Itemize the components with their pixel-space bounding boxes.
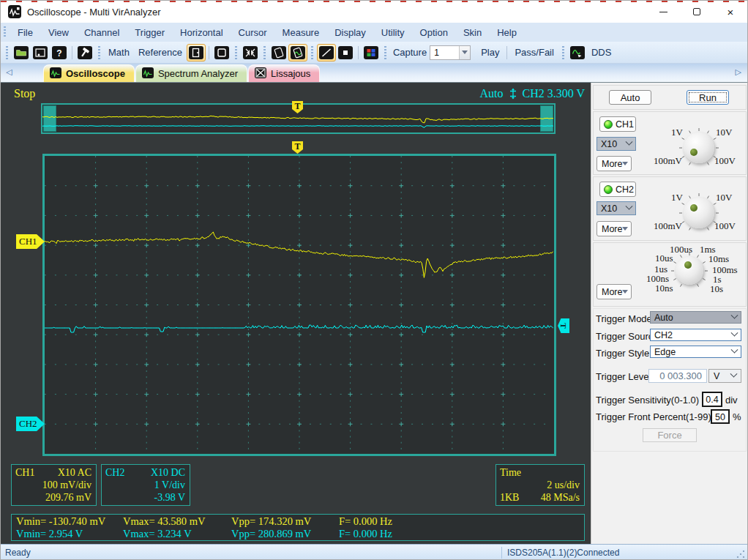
timebase-more-select[interactable]: More <box>596 284 632 299</box>
waveform-plot[interactable] <box>42 154 556 456</box>
device-a-button[interactable] <box>269 44 288 61</box>
app-window: Oscilloscope - Multi VirAnalyzer × FileV… <box>0 0 748 560</box>
ch1-enable-button[interactable]: CH1 <box>599 116 636 132</box>
measure-item: F= 0.000 Hz <box>339 528 584 540</box>
time-scale: 2 us/div <box>500 479 580 491</box>
colors-button[interactable] <box>362 44 381 61</box>
ch2-position-flag[interactable]: CH2 <box>16 417 45 431</box>
knob-label: 10ns <box>655 284 673 293</box>
tab-lissajous[interactable]: Lissajous <box>248 64 320 82</box>
menu-item-trigger[interactable]: Trigger <box>127 27 173 38</box>
help-button[interactable]: ? <box>50 44 69 61</box>
trigger-level-unit-select[interactable]: V <box>708 369 741 383</box>
knob-body[interactable] <box>684 132 714 163</box>
ch1-info-box: CH1X10 AC 100 mV/div 209.76 mV <box>11 464 97 506</box>
ch1-name: CH1 <box>15 466 34 479</box>
tab-spectrum-analyzer[interactable]: Spectrum Analyzer <box>135 64 247 82</box>
measure-item: F= 0.000 Hz <box>339 515 584 528</box>
ch1-scale: 100 mV/div <box>15 479 91 491</box>
dropdown-arrow-icon <box>459 46 470 59</box>
knob-label: 10V <box>716 128 732 137</box>
math-button[interactable]: Math <box>104 45 134 59</box>
knob-body[interactable] <box>684 198 714 228</box>
menu-item-file[interactable]: File <box>10 27 41 38</box>
knob-label: 10us <box>655 254 673 263</box>
save-button[interactable] <box>31 44 50 61</box>
passfail-button[interactable]: Pass/Fail <box>510 45 558 59</box>
close-button[interactable]: × <box>714 1 747 23</box>
menu-item-help[interactable]: Help <box>490 27 525 38</box>
trigger-position-marker[interactable]: T <box>292 141 303 154</box>
line-draw-button[interactable] <box>317 44 336 61</box>
menu-item-skin[interactable]: Skin <box>456 27 490 38</box>
mem-depth: 1KB <box>500 491 519 504</box>
menubar: FileViewChannelTriggerHorizontalCursorMe… <box>1 23 747 42</box>
knob-label: 100mV <box>654 157 682 165</box>
dds-button[interactable] <box>568 44 587 61</box>
menu-item-measure[interactable]: Measure <box>275 27 328 38</box>
tab-scroll-right[interactable]: ▷ <box>736 67 741 77</box>
trigger-sensitivity-input[interactable]: 0.4 <box>702 392 722 407</box>
measure-item: Vmax= 43.580 mV <box>123 515 231 528</box>
menu-item-utility[interactable]: Utility <box>374 27 413 38</box>
tab-icon <box>255 67 266 81</box>
menu-item-view[interactable]: View <box>41 27 77 38</box>
ch1-probe-select[interactable]: X10 <box>596 137 636 151</box>
force-button[interactable]: Force <box>643 428 697 442</box>
menu-item-option[interactable]: Option <box>413 27 456 38</box>
ch2-more-select[interactable]: More <box>596 221 632 236</box>
tab-icon <box>50 67 61 81</box>
trigger-mode-select[interactable]: Auto <box>650 311 741 324</box>
statusbar: Ready ISDS205A(1.1)(2)Connected <box>1 544 747 560</box>
tab-scroll-left[interactable]: ◁ <box>6 67 12 77</box>
capture-count-select[interactable]: 1 <box>430 45 471 60</box>
timebase-knob[interactable]: 100us1ms10us10ms1us100ms100ns1s10ns10s <box>644 244 745 296</box>
auto-button[interactable]: Auto <box>609 90 651 105</box>
stop-square-icon <box>343 51 348 55</box>
ch2-volts-knob[interactable]: 1V10V100mV100V <box>653 193 745 235</box>
measure-item: Vmin= -130.740 mV <box>16 515 123 528</box>
run-state-label: Stop <box>14 87 35 100</box>
menu-item-horizontal[interactable]: Horizontal <box>173 27 231 38</box>
stop-display-button[interactable] <box>336 44 355 61</box>
fullscreen-button[interactable] <box>212 44 231 61</box>
menu-item-cursor[interactable]: Cursor <box>231 27 275 38</box>
tab-oscilloscope[interactable]: Oscilloscope <box>43 64 135 82</box>
maximize-button[interactable] <box>680 1 714 23</box>
ch1-position-flag[interactable]: CH1 <box>16 234 45 249</box>
knob-indicator-dot <box>684 261 692 269</box>
reference-button[interactable]: Reference <box>134 45 187 59</box>
trigger-source-select[interactable]: CH2 <box>650 329 741 341</box>
sample-rate: 48 MSa/s <box>541 491 580 504</box>
knob-label: 10s <box>710 285 723 294</box>
menu-item-channel[interactable]: Channel <box>77 27 127 38</box>
knob-label: 100us <box>670 245 692 254</box>
ch2-info-box: CH2X10 DC 1 V/div -3.98 V <box>101 464 190 506</box>
minimize-button[interactable] <box>646 1 680 23</box>
play-button[interactable]: Play <box>476 45 504 59</box>
capture-count-value: 1 <box>430 48 459 58</box>
run-button[interactable]: Run <box>687 90 729 105</box>
center-waves-button[interactable] <box>241 44 260 61</box>
trigger-level-input[interactable]: 0 003.300 <box>648 369 707 383</box>
ch1-volts-knob[interactable]: 1V10V100mV100V <box>653 127 745 170</box>
status-separator <box>501 547 502 559</box>
minimize-icon <box>659 12 667 12</box>
trigger-front-input[interactable]: 50 <box>711 409 730 424</box>
menu-item-display[interactable]: Display <box>327 27 374 38</box>
ch2-probe-select[interactable]: X10 <box>596 201 636 215</box>
device-b-button[interactable] <box>288 44 307 61</box>
chevron-down-icon <box>731 312 738 319</box>
trigger-style-select[interactable]: Edge <box>650 346 741 358</box>
ch2-enable-button[interactable]: CH2 <box>599 182 636 197</box>
panel-toggle-button[interactable] <box>187 44 206 61</box>
ch1-more-select[interactable]: More <box>596 156 632 171</box>
ch2-scale: 1 V/div <box>105 479 185 491</box>
resize-grip-icon[interactable] <box>736 549 746 559</box>
trigger-level-marker[interactable]: T <box>558 318 569 333</box>
tool-button[interactable] <box>75 44 94 61</box>
open-button[interactable] <box>12 44 31 61</box>
chevron-down-icon <box>731 329 738 337</box>
knob-label: 100V <box>714 222 736 231</box>
ch2-probe-coupling: X10 DC <box>151 466 185 479</box>
